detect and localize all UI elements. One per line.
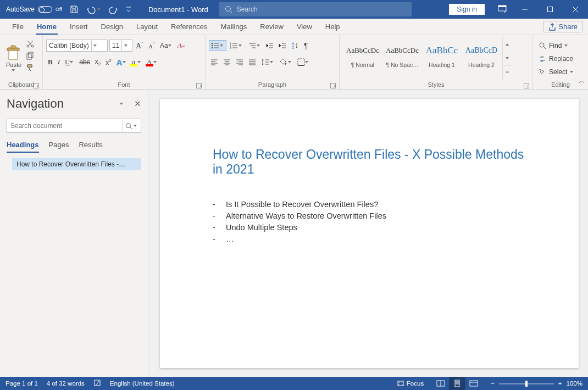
replace-button[interactable]: abReplace [536,52,585,65]
navigation-search-input[interactable] [7,119,122,132]
style-sample: AaBbCcDc [384,39,421,62]
navigation-close-icon[interactable]: ✕ [134,99,141,109]
minimize-button[interactable] [512,0,537,19]
signin-button[interactable]: Sign in [449,4,485,15]
tab-help[interactable]: Help [319,19,347,35]
status-words[interactable]: 4 of 32 words [47,380,85,387]
tab-file[interactable]: File [5,19,30,35]
show-hide-marks-button[interactable]: ¶ [302,40,310,51]
underline-button[interactable]: U [63,57,76,68]
gallery-expand[interactable] [503,65,511,80]
autosave-toggle[interactable]: AutoSave Off [3,2,65,16]
maximize-button[interactable] [537,0,563,19]
document-bullet: Undo Multiple Steps [226,222,526,233]
svg-rect-2 [498,5,506,7]
align-left-button[interactable] [209,58,220,66]
qat-customize[interactable] [123,2,134,16]
zoom-out-button[interactable]: − [491,380,495,387]
italic-button[interactable]: I [56,57,62,68]
redo-button[interactable] [107,2,121,16]
numbering-button[interactable]: 123 [228,41,245,51]
format-painter-button[interactable] [24,63,36,74]
font-dialog-launcher[interactable] [196,83,202,88]
tab-review[interactable]: Review [253,19,290,35]
style-card[interactable]: AaBbCcHeading 1 [423,38,461,70]
focus-mode-button[interactable]: Focus [397,380,424,387]
ribbon-display-options[interactable] [492,5,512,14]
tab-view[interactable]: View [290,19,319,35]
grow-font-button[interactable]: A˄ [134,40,145,52]
document-area[interactable]: How to Recover Overwritten Files - X Pos… [148,90,588,377]
view-web-layout[interactable] [465,377,482,390]
status-proofing-icon[interactable] [93,379,101,388]
align-center-button[interactable] [221,58,232,66]
style-card[interactable]: AaBbCcDHeading 2 [462,38,501,70]
align-right-button[interactable] [234,58,245,66]
navtab-headings[interactable]: Headings [7,141,39,153]
tab-layout[interactable]: Layout [130,19,164,35]
status-page[interactable]: Page 1 of 1 [5,380,38,387]
change-case-button[interactable]: Aa [158,41,174,51]
tab-mailings[interactable]: Mailings [214,19,254,35]
strikethrough-button[interactable]: abc [77,57,91,67]
style-card[interactable]: AaBbCcDc¶ No Spac… [383,38,421,70]
zoom-level[interactable]: 100% [567,380,583,387]
status-language[interactable]: English (United States) [110,380,175,387]
subscript-button[interactable]: x2 [93,57,102,68]
gallery-scroll-up[interactable] [503,37,511,51]
tab-home[interactable]: Home [30,19,63,35]
line-spacing-button[interactable] [259,57,276,67]
find-button[interactable]: Find [536,39,585,52]
nav-heading-item[interactable]: How to Recover Overwritten Files -… [12,158,141,170]
increase-indent-button[interactable] [277,41,288,51]
undo-button[interactable] [84,2,104,16]
clear-formatting-button[interactable]: A [176,40,187,51]
tab-references[interactable]: References [164,19,214,35]
svg-text:A: A [292,42,295,46]
save-button[interactable] [67,2,81,16]
style-card[interactable]: AaBbCcDc¶ Normal [343,38,382,70]
justify-button[interactable] [247,58,258,66]
tab-design[interactable]: Design [95,19,130,35]
paragraph-dialog-launcher[interactable] [330,83,336,88]
title-bar: AutoSave Off Document1 - Word Search Sig… [0,0,588,19]
collapse-ribbon-button[interactable] [578,79,585,87]
sort-button[interactable]: AZ [290,41,301,51]
decrease-indent-button[interactable] [264,41,275,51]
text-effects-button[interactable]: A [115,57,129,68]
bullets-button[interactable] [209,40,226,51]
styles-dialog-launcher[interactable] [524,83,529,88]
font-size-combo[interactable]: 11 [109,40,132,52]
multilevel-list-button[interactable] [246,41,263,51]
shading-button[interactable] [278,57,294,67]
group-styles-label: Styles [428,81,445,88]
navigation-options[interactable] [120,102,124,106]
navigation-search[interactable] [7,119,141,133]
navigation-search-go[interactable] [122,119,141,132]
select-button[interactable]: Select [536,65,585,79]
superscript-button[interactable]: x2 [104,57,113,68]
tab-insert[interactable]: Insert [63,19,95,35]
zoom-slider[interactable] [499,383,554,385]
close-button[interactable] [563,0,588,19]
paste-button[interactable]: Paste [3,37,24,80]
navtab-results[interactable]: Results [79,141,102,153]
navtab-pages[interactable]: Pages [49,141,69,153]
styles-gallery[interactable]: AaBbCcDc¶ NormalAaBbCcDc¶ No Spac…AaBbCc… [343,37,529,80]
view-read-mode[interactable] [432,377,449,390]
bold-button[interactable]: B [46,57,54,68]
clipboard-dialog-launcher[interactable] [34,83,39,88]
gallery-scroll-down[interactable] [503,51,511,65]
view-print-layout[interactable] [449,377,465,390]
borders-button[interactable] [296,57,311,67]
highlight-button[interactable]: a [130,57,144,68]
tellme-search[interactable]: Search [219,2,412,16]
copy-button[interactable] [24,51,36,62]
share-button[interactable]: Share [543,21,583,32]
font-color-button[interactable]: A [145,57,159,68]
svg-rect-5 [11,46,15,48]
font-name-combo[interactable]: Calibri (Body) [46,40,108,52]
shrink-font-button[interactable]: A˅ [147,41,157,51]
zoom-in-button[interactable]: + [558,380,562,387]
cut-button[interactable] [24,38,36,49]
